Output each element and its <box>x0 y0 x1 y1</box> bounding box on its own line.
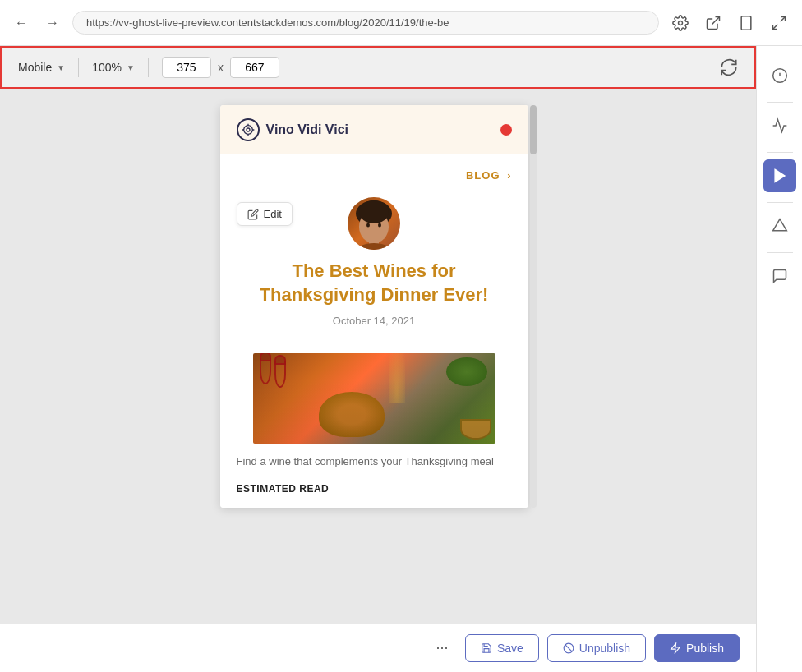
mobile-preview-icon-btn[interactable] <box>733 10 759 36</box>
device-dropdown-arrow: ▼ <box>57 63 65 72</box>
main-layout: Mobile ▼ 100% ▼ x <box>0 46 802 672</box>
preview-canvas: Vino Vidi Vici BLOG › <box>0 89 756 623</box>
device-select[interactable]: Mobile ▼ <box>18 61 65 74</box>
dimension-input: x <box>162 57 279 78</box>
fullscreen-icon-btn[interactable] <box>766 10 792 36</box>
dimension-separator: x <box>218 61 224 74</box>
publish-label: Publish <box>686 642 724 655</box>
rotate-icon <box>720 58 738 76</box>
mobile-icon <box>738 15 754 31</box>
toolbar-divider-2 <box>148 58 149 77</box>
svg-point-18 <box>356 243 392 250</box>
blog-link-row: BLOG › <box>220 154 528 189</box>
unpublish-button[interactable]: Unpublish <box>547 634 646 662</box>
shapes-icon <box>772 218 788 234</box>
info-sidebar-button[interactable] <box>763 59 796 92</box>
device-label: Mobile <box>18 61 52 74</box>
toolbar-divider-1 <box>78 58 79 77</box>
save-icon <box>481 642 492 654</box>
svg-point-15 <box>378 223 381 228</box>
svg-point-14 <box>366 223 370 228</box>
publish-button[interactable]: Publish <box>654 634 740 662</box>
info-icon <box>772 67 788 84</box>
site-header: Vino Vidi Vici <box>220 105 528 154</box>
sidebar-divider-2 <box>767 152 793 153</box>
device-toolbar: Mobile ▼ 100% ▼ x <box>0 46 756 89</box>
unpublish-label: Unpublish <box>579 642 630 655</box>
zoom-dropdown-arrow: ▼ <box>127 63 135 72</box>
blog-link[interactable]: BLOG › <box>466 169 512 182</box>
article-image <box>253 353 495 444</box>
fullscreen-icon <box>771 15 787 31</box>
svg-marker-21 <box>671 643 680 653</box>
svg-line-4 <box>781 16 786 21</box>
status-dot <box>500 124 512 136</box>
rotate-button[interactable] <box>720 58 738 76</box>
article-header: Edit <box>220 189 528 353</box>
site-logo: Vino Vidi Vici <box>237 118 348 141</box>
svg-point-7 <box>247 128 250 131</box>
chat-icon <box>772 268 788 284</box>
unpublish-icon <box>563 642 574 654</box>
mobile-frame: Vino Vidi Vici BLOG › <box>220 105 528 508</box>
svg-point-16 <box>359 200 389 223</box>
zoom-select[interactable]: 100% ▼ <box>92 61 135 74</box>
edit-icon <box>247 209 259 220</box>
logo-icon <box>237 118 260 141</box>
svg-line-1 <box>712 16 719 24</box>
sidebar-divider-1 <box>767 102 793 103</box>
gear-icon <box>672 15 689 31</box>
action-bar: ··· Save Unpublish Pu <box>0 623 756 672</box>
sidebar-divider-4 <box>767 252 793 253</box>
svg-marker-25 <box>775 170 785 182</box>
back-button[interactable]: ← <box>10 12 33 35</box>
right-sidebar <box>756 46 802 672</box>
logo-svg-icon <box>242 123 255 136</box>
publish-icon <box>670 642 681 654</box>
mobile-frame-wrapper: Vino Vidi Vici BLOG › <box>220 105 537 508</box>
zoom-label: 100% <box>92 61 122 74</box>
activity-icon <box>772 117 788 134</box>
edit-button[interactable]: Edit <box>237 202 293 226</box>
save-label: Save <box>497 642 523 655</box>
url-bar[interactable]: https://vv-ghost-live-preview.contentsta… <box>72 11 659 35</box>
browser-bar: ← → https://vv-ghost-live-preview.conten… <box>0 0 802 46</box>
shapes-sidebar-button[interactable] <box>763 209 796 242</box>
author-avatar <box>348 197 400 250</box>
site-name: Vino Vidi Vici <box>266 122 348 137</box>
article-date: October 14, 2021 <box>237 315 512 327</box>
svg-point-6 <box>243 126 252 135</box>
svg-line-20 <box>565 644 572 651</box>
more-options-button[interactable]: ··· <box>427 633 457 663</box>
blog-arrow-icon: › <box>507 169 511 182</box>
external-link-icon <box>705 15 721 31</box>
height-input[interactable] <box>230 57 279 78</box>
external-link-icon-btn[interactable] <box>700 10 726 36</box>
scroll-thumb[interactable] <box>530 105 537 154</box>
svg-line-5 <box>773 24 778 29</box>
article-title: The Best Wines for Thanksgiving Dinner E… <box>237 260 512 306</box>
forward-button[interactable]: → <box>41 12 64 35</box>
edit-label: Edit <box>264 208 282 220</box>
blog-link-text: BLOG <box>466 169 500 182</box>
svg-rect-2 <box>741 16 751 30</box>
estimated-read-section: ESTIMATED READ <box>220 476 528 508</box>
estimated-read-text: ESTIMATED READ <box>237 483 330 495</box>
settings-icon-btn[interactable] <box>667 10 694 36</box>
play-icon <box>772 168 788 184</box>
save-button[interactable]: Save <box>465 634 539 662</box>
activity-sidebar-button[interactable] <box>763 109 796 142</box>
browser-icons <box>667 10 792 36</box>
svg-point-0 <box>679 21 683 25</box>
avatar-svg <box>348 197 400 250</box>
preview-area: Mobile ▼ 100% ▼ x <box>0 46 756 672</box>
article-excerpt: Find a wine that complements your Thanks… <box>220 444 528 476</box>
chat-sidebar-button[interactable] <box>763 260 796 292</box>
play-sidebar-button[interactable] <box>763 159 796 192</box>
sidebar-divider-3 <box>767 202 793 203</box>
width-input[interactable] <box>162 57 211 78</box>
preview-scrollbar[interactable] <box>530 105 537 508</box>
